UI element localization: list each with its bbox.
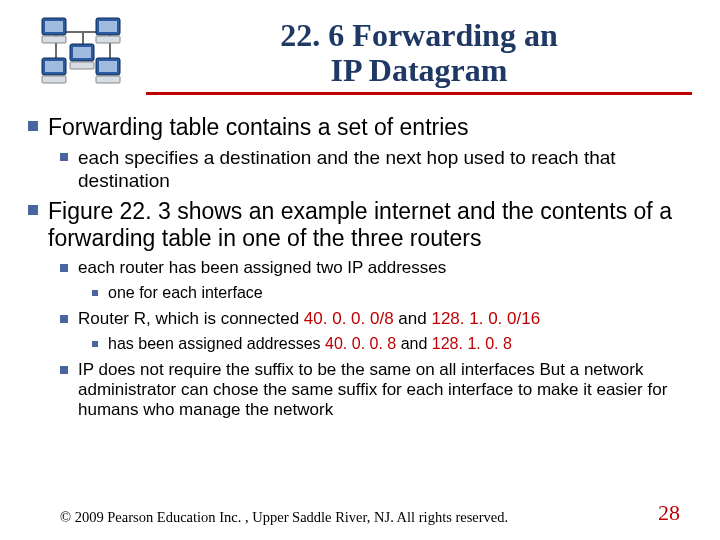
bullet-icon <box>92 290 98 296</box>
body-content: Forwarding table contains a set of entri… <box>28 114 692 420</box>
list-item: one for each interface <box>92 284 692 303</box>
text: Router R, which is connected <box>78 309 304 328</box>
bullet-icon <box>28 205 38 215</box>
list-item: each specifies a destination and the nex… <box>60 147 692 192</box>
bullet-icon <box>60 315 68 323</box>
list-item: Router R, which is connected 40. 0. 0. 0… <box>60 309 692 329</box>
list-item: each router has been assigned two IP add… <box>60 258 692 278</box>
copyright-text: © 2009 Pearson Education Inc. , Upper Sa… <box>60 509 508 526</box>
list-item: IP does not require the suffix to be the… <box>60 360 692 420</box>
ip-prefix: 128. 1. 0. 0/16 <box>431 309 540 328</box>
svg-rect-9 <box>96 36 120 43</box>
page-number: 28 <box>658 500 680 526</box>
bullet-text: Figure 22. 3 shows an example internet a… <box>48 198 692 252</box>
bullet-icon <box>60 264 68 272</box>
bullet-text: each specifies a destination and the nex… <box>78 147 692 192</box>
title-line-2: IP Datagram <box>146 53 692 88</box>
bullet-icon <box>60 366 68 374</box>
footer: © 2009 Pearson Education Inc. , Upper Sa… <box>0 500 720 526</box>
svg-rect-17 <box>99 61 117 72</box>
title-heading: 22. 6 Forwarding an IP Datagram <box>146 18 692 88</box>
svg-rect-5 <box>45 21 63 32</box>
bullet-icon <box>92 341 98 347</box>
bullet-text: one for each interface <box>108 284 692 303</box>
list-item: has been assigned addresses 40. 0. 0. 8 … <box>92 335 692 354</box>
ip-address: 40. 0. 0. 8 <box>325 335 396 352</box>
title-underline <box>146 92 692 95</box>
ip-address: 128. 1. 0. 8 <box>432 335 512 352</box>
bullet-text: IP does not require the suffix to be the… <box>78 360 692 420</box>
ip-prefix: 40. 0. 0. 0/8 <box>304 309 394 328</box>
bullet-text: has been assigned addresses 40. 0. 0. 8 … <box>108 335 692 354</box>
network-computers-icon <box>28 12 140 96</box>
svg-rect-18 <box>96 76 120 83</box>
bullet-text: Router R, which is connected 40. 0. 0. 0… <box>78 309 692 329</box>
svg-rect-15 <box>42 76 66 83</box>
svg-rect-8 <box>99 21 117 32</box>
svg-rect-6 <box>42 36 66 43</box>
title-line-1: 22. 6 Forwarding an <box>146 18 692 53</box>
slide-title: 22. 6 Forwarding an IP Datagram <box>146 12 692 95</box>
header: 22. 6 Forwarding an IP Datagram <box>28 12 692 96</box>
bullet-icon <box>60 153 68 161</box>
bullet-text: Forwarding table contains a set of entri… <box>48 114 692 141</box>
svg-rect-12 <box>70 62 94 69</box>
text: and <box>396 335 432 352</box>
svg-rect-14 <box>45 61 63 72</box>
bullet-text: each router has been assigned two IP add… <box>78 258 692 278</box>
slide: 22. 6 Forwarding an IP Datagram Forwardi… <box>0 0 720 540</box>
list-item: Figure 22. 3 shows an example internet a… <box>28 198 692 252</box>
bullet-icon <box>28 121 38 131</box>
text: has been assigned addresses <box>108 335 325 352</box>
svg-rect-11 <box>73 47 91 58</box>
list-item: Forwarding table contains a set of entri… <box>28 114 692 141</box>
text: and <box>394 309 432 328</box>
